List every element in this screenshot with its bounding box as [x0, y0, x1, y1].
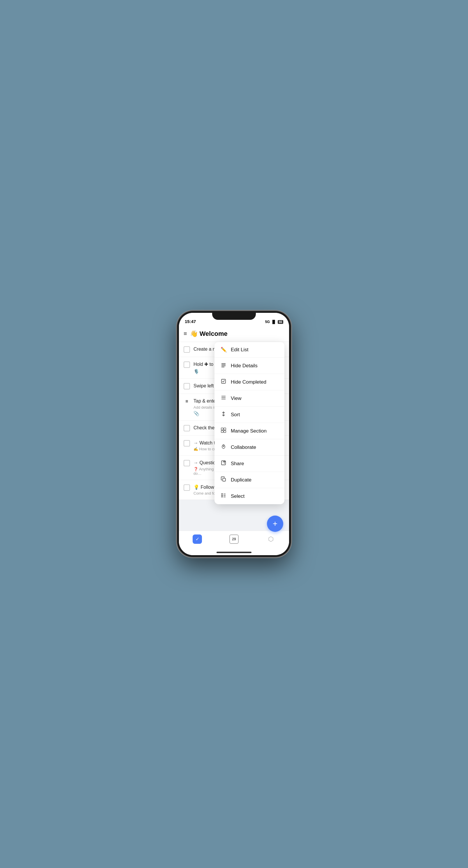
- hamburger-icon[interactable]: ≡: [183, 330, 187, 337]
- task-checkbox[interactable]: [183, 460, 190, 466]
- phone-screen: 15:47 5G ▐▌ 66 ≡ 👋 Welcome Create a new …: [179, 313, 289, 555]
- dropdown-item-collaborate[interactable]: Collaborate: [214, 439, 285, 456]
- battery-icon: 66: [278, 320, 283, 324]
- hide-details-icon: [220, 362, 227, 369]
- dropdown-item-share[interactable]: Share: [214, 456, 285, 472]
- task-checkbox[interactable]: [183, 485, 190, 491]
- task-checkbox[interactable]: [183, 383, 190, 390]
- view-label: View: [231, 396, 241, 401]
- hide-completed-label: Hide Completed: [231, 379, 266, 385]
- select-icon: [220, 493, 227, 499]
- manage-section-icon: [220, 428, 227, 434]
- add-task-button[interactable]: +: [267, 516, 283, 532]
- wave-emoji: 👋: [190, 330, 198, 338]
- task-checkbox[interactable]: ≡: [183, 398, 190, 405]
- dropdown-menu: ✏️ Edit List Hide Details: [214, 342, 285, 504]
- tasks-icon: ✓: [193, 534, 202, 544]
- manage-section-label: Manage Section: [231, 428, 267, 434]
- edit-list-label: Edit List: [231, 347, 248, 353]
- view-icon: [220, 395, 227, 402]
- signal-icon: ▐▌: [271, 320, 276, 324]
- bottom-nav: ✓ 29 ⬡: [179, 531, 289, 549]
- sort-icon: [220, 411, 227, 418]
- task-checkbox[interactable]: [183, 440, 190, 446]
- hide-completed-icon: [220, 379, 227, 385]
- nav-item-calendar[interactable]: 29: [229, 534, 239, 544]
- nav-item-settings[interactable]: ⬡: [266, 534, 275, 544]
- home-indicator: [179, 549, 289, 555]
- dropdown-item-select[interactable]: Select: [214, 488, 285, 504]
- dropdown-item-edit-list[interactable]: ✏️ Edit List: [214, 342, 285, 358]
- calendar-icon: 29: [229, 534, 239, 544]
- settings-icon: ⬡: [266, 534, 275, 544]
- phone-frame: 15:47 5G ▐▌ 66 ≡ 👋 Welcome Create a new …: [177, 311, 291, 557]
- dropdown-item-hide-details[interactable]: Hide Details: [214, 358, 285, 374]
- nav-item-tasks[interactable]: ✓: [193, 534, 202, 544]
- sort-label: Sort: [231, 412, 240, 418]
- duplicate-icon: [220, 476, 227, 483]
- duplicate-label: Duplicate: [231, 477, 252, 483]
- status-icons: 5G ▐▌ 66: [265, 320, 283, 324]
- header-title: 👋 Welcome: [190, 330, 228, 338]
- svg-rect-11: [221, 431, 223, 433]
- svg-rect-10: [224, 428, 226, 430]
- svg-rect-9: [221, 428, 223, 430]
- notch: [212, 311, 256, 320]
- task-checkbox[interactable]: [183, 346, 190, 353]
- dropdown-item-sort[interactable]: Sort: [214, 407, 285, 423]
- carrier-icon: 5G: [265, 320, 270, 324]
- list-title: Welcome: [200, 330, 228, 338]
- home-bar: [216, 552, 252, 553]
- select-label: Select: [231, 493, 244, 499]
- share-icon: [220, 460, 227, 467]
- task-checkbox[interactable]: [183, 425, 190, 431]
- dropdown-item-hide-completed[interactable]: Hide Completed: [214, 374, 285, 390]
- edit-list-icon: ✏️: [220, 347, 227, 353]
- status-time: 15:47: [185, 319, 196, 324]
- app-header: ≡ 👋 Welcome: [179, 326, 289, 342]
- hide-details-label: Hide Details: [231, 363, 258, 369]
- collaborate-label: Collaborate: [231, 444, 256, 450]
- dropdown-item-duplicate[interactable]: Duplicate: [214, 472, 285, 488]
- collaborate-icon: [220, 444, 227, 451]
- task-checkbox[interactable]: [183, 362, 190, 368]
- dropdown-item-manage-section[interactable]: Manage Section: [214, 423, 285, 439]
- svg-rect-12: [224, 431, 226, 433]
- dropdown-item-view[interactable]: View: [214, 390, 285, 407]
- share-label: Share: [231, 461, 244, 467]
